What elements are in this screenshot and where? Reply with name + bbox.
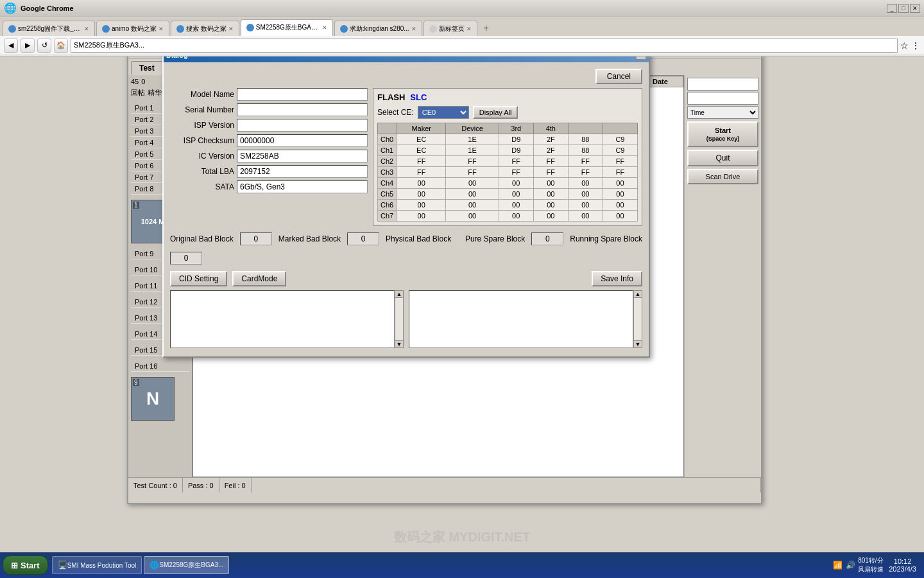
form-row-sata: SATA xyxy=(170,180,368,193)
browser-maximize-btn[interactable]: □ xyxy=(898,4,909,13)
flash-cell: 00 xyxy=(568,178,603,189)
browser-minimize-btn[interactable]: _ xyxy=(887,4,897,13)
address-bar[interactable] xyxy=(71,39,898,53)
time-display: 10:12 xyxy=(889,557,916,565)
stat-label-huipu: 回帖 xyxy=(131,88,145,98)
start-button-taskbar[interactable]: ⊞ Start xyxy=(3,556,48,575)
flash-cell: EC xyxy=(397,134,446,145)
tab-5-close-icon[interactable]: ✕ xyxy=(411,26,416,32)
start-button[interactable]: Start(Space Key) xyxy=(687,121,758,147)
sata-input[interactable] xyxy=(237,180,368,193)
scan-drive-button[interactable]: Scan Drive xyxy=(687,169,758,184)
home-btn[interactable]: 🏠 xyxy=(54,39,68,53)
browser-tab-4[interactable]: SM2258G原生BGA3... ✕ xyxy=(241,19,333,36)
flash-cell: 00 xyxy=(603,189,637,200)
display-all-btn[interactable]: Display All xyxy=(473,106,518,119)
tab-6-close-icon[interactable]: ✕ xyxy=(466,26,472,32)
flash-cell: 00 xyxy=(533,178,568,189)
browser-tab-5[interactable]: 求助:kingdian s280... ✕ xyxy=(334,21,422,36)
marked-bad-block-label: Marked Bad Block xyxy=(278,234,341,243)
form-label-isp-version: ISP Version xyxy=(170,121,234,130)
flash-row-label: Ch2 xyxy=(378,156,397,167)
port-thumb-9[interactable]: 9 N xyxy=(131,377,175,421)
dialog-form: Model Name Serial Number ISP Version ISP… xyxy=(170,88,368,226)
quit-button[interactable]: Quit xyxy=(687,150,758,166)
flash-cell: 00 xyxy=(397,200,446,211)
scroll-up-icon-2[interactable]: ▲ xyxy=(634,291,642,298)
flash-cell: 2F xyxy=(533,134,568,145)
isp-checksum-input[interactable] xyxy=(237,134,368,147)
browser-tab-1[interactable]: sm2258g固件下载_3... ✕ xyxy=(3,21,95,36)
reload-btn[interactable]: ↺ xyxy=(37,39,51,53)
bad-block-row: Original Bad Block Marked Bad Block Phys… xyxy=(170,230,642,267)
time-dropdown[interactable]: Time xyxy=(687,106,758,119)
flash-cell: 00 xyxy=(603,178,637,189)
tab-test[interactable]: Test xyxy=(131,61,163,75)
flash-cell: 00 xyxy=(499,189,533,200)
settings-icon[interactable]: ⋮ xyxy=(911,40,920,51)
scroll-down-icon[interactable]: ▼ xyxy=(395,340,403,347)
pass-count: Pass : 0 xyxy=(183,478,219,493)
cid-setting-btn[interactable]: CID Setting xyxy=(170,271,227,286)
new-tab-btn[interactable]: + xyxy=(479,21,494,36)
flash-panel: FLASH SLC Select CE: CE0 Display All xyxy=(373,88,642,226)
start-time-input[interactable] xyxy=(687,78,758,91)
tab-3-close-icon[interactable]: ✕ xyxy=(228,26,234,32)
form-label-total-lba: Total LBA xyxy=(170,167,234,176)
flash-header: FLASH SLC xyxy=(377,92,638,102)
forward-btn[interactable]: ▶ xyxy=(21,39,35,53)
form-row-isp-version: ISP Version xyxy=(170,119,368,132)
browser-close-btn[interactable]: ✕ xyxy=(910,4,920,13)
browser-tab-2[interactable]: animo 数码之家 ✕ xyxy=(96,21,169,36)
marked-bad-block-input[interactable] xyxy=(347,232,379,245)
browser-tab-6[interactable]: 新标签页 ✕ xyxy=(424,21,477,36)
flash-cell: 88 xyxy=(568,134,603,145)
right-scrollbar[interactable]: ▲ ▼ xyxy=(633,290,642,348)
total-lba-input[interactable] xyxy=(237,165,368,178)
flash-cell: FF xyxy=(603,156,637,167)
taskbar-item-2[interactable]: 🌐 SM2258G原生BGA3... xyxy=(144,556,229,574)
ce-select[interactable]: CE0 xyxy=(418,106,469,119)
flash-cell: FF xyxy=(499,167,533,178)
tab-2-close-icon[interactable]: ✕ xyxy=(158,26,164,32)
port-thumb-1-label: 1 xyxy=(133,202,139,209)
left-scrollbar[interactable]: ▲ ▼ xyxy=(395,290,404,348)
form-label-isp-checksum: ISP Checksum xyxy=(170,136,234,145)
port-16[interactable]: Port 16 xyxy=(131,361,189,372)
taskbar-items: 🖥️ SMI Mass Podution Tool 🌐 SM2258G原生BGA… xyxy=(52,556,828,574)
back-btn[interactable]: ◀ xyxy=(4,39,18,53)
flash-row-label: Ch6 xyxy=(378,200,397,211)
flash-col-device: Device xyxy=(446,123,499,134)
left-textarea[interactable] xyxy=(170,290,395,348)
date-display: 2023/4/3 xyxy=(889,565,916,573)
tab-1-close-icon[interactable]: ✕ xyxy=(84,26,89,32)
status-bar: Test Count : 0 Pass : 0 Feil : 0 xyxy=(128,477,761,493)
flash-cell: FF xyxy=(533,167,568,178)
save-info-btn[interactable]: Save Info xyxy=(592,271,642,286)
ic-version-input[interactable] xyxy=(237,150,368,162)
right-textarea[interactable] xyxy=(409,290,633,348)
port-thumb-9-capacity: N xyxy=(146,389,159,409)
running-spare-block-input[interactable] xyxy=(170,252,202,265)
physical-bad-block-label: Physical Bad Block xyxy=(386,234,451,243)
select-ce-label: Select CE: xyxy=(377,108,414,117)
original-bad-block-input[interactable] xyxy=(240,232,272,245)
pure-spare-block-input[interactable] xyxy=(531,232,563,245)
serial-number-input[interactable] xyxy=(237,103,368,116)
cardmode-btn[interactable]: CardMode xyxy=(232,271,286,286)
cancel-button[interactable]: Cancel xyxy=(595,69,642,84)
scroll-up-icon[interactable]: ▲ xyxy=(395,291,403,298)
model-name-input[interactable] xyxy=(237,88,368,101)
flash-cell: 00 xyxy=(446,211,499,222)
bookmark-icon[interactable]: ☆ xyxy=(900,40,909,51)
isp-version-input[interactable] xyxy=(237,119,368,132)
end-time-input[interactable] xyxy=(687,92,758,105)
tab-4-close-icon[interactable]: ✕ xyxy=(322,24,327,31)
scroll-down-icon-2[interactable]: ▼ xyxy=(634,340,642,347)
taskbar-item-1[interactable]: 🖥️ SMI Mass Podution Tool xyxy=(52,556,142,574)
pure-spare-block-label: Pure Spare Block xyxy=(465,234,525,243)
flash-cell: 00 xyxy=(533,200,568,211)
browser-tab-3[interactable]: 搜索 数码之家 ✕ xyxy=(171,21,239,36)
flash-table: Maker Device 3rd 4th Ch0EC1ED92F88C9Ch1E… xyxy=(377,123,638,222)
flash-cell: FF xyxy=(603,167,637,178)
